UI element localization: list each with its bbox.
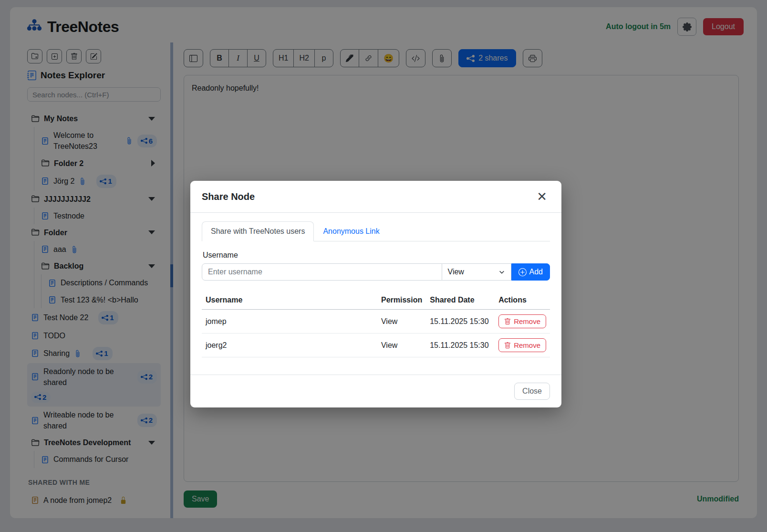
tab-anonymous-link[interactable]: Anonymous Link bbox=[314, 221, 388, 241]
cell-permission: View bbox=[377, 334, 426, 357]
permission-value: View bbox=[448, 268, 464, 276]
modal-body: Share with TreeNotes users Anonymous Lin… bbox=[190, 213, 561, 362]
add-user-button[interactable]: Add bbox=[511, 263, 550, 281]
modal-header: Share Node ✕ bbox=[190, 181, 561, 213]
permission-select[interactable]: View bbox=[442, 263, 511, 281]
table-row: joerg2 View 15.11.2025 15:30 Remove bbox=[202, 334, 550, 357]
modal-tabs: Share with TreeNotes users Anonymous Lin… bbox=[202, 221, 550, 241]
tab-share-with-users[interactable]: Share with TreeNotes users bbox=[202, 221, 314, 241]
trash-icon bbox=[504, 318, 511, 325]
add-label: Add bbox=[529, 268, 543, 276]
table-row: jomep View 15.11.2025 15:30 Remove bbox=[202, 310, 550, 334]
cell-username: joerg2 bbox=[202, 334, 377, 357]
remove-label: Remove bbox=[514, 341, 540, 349]
close-button[interactable]: Close bbox=[514, 383, 550, 400]
username-input[interactable] bbox=[202, 263, 442, 281]
cell-permission: View bbox=[377, 310, 426, 334]
share-node-modal: Share Node ✕ Share with TreeNotes users … bbox=[190, 181, 561, 407]
add-user-input-group: View Add bbox=[202, 263, 550, 281]
col-shared-date: Shared Date bbox=[426, 291, 495, 310]
table-header-row: Username Permission Shared Date Actions bbox=[202, 291, 550, 310]
col-actions: Actions bbox=[495, 291, 550, 310]
close-icon[interactable]: ✕ bbox=[534, 189, 550, 204]
modal-title: Share Node bbox=[202, 191, 255, 202]
remove-share-button[interactable]: Remove bbox=[498, 314, 546, 328]
remove-label: Remove bbox=[514, 317, 540, 325]
col-permission: Permission bbox=[377, 291, 426, 310]
cell-username: jomep bbox=[202, 310, 377, 334]
trash-icon bbox=[504, 342, 511, 349]
cell-shared-date: 15.11.2025 15:30 bbox=[426, 334, 495, 357]
col-username: Username bbox=[202, 291, 377, 310]
plus-circle-icon bbox=[518, 268, 527, 276]
cell-shared-date: 15.11.2025 15:30 bbox=[426, 310, 495, 334]
remove-share-button[interactable]: Remove bbox=[498, 338, 546, 352]
shares-table: Username Permission Shared Date Actions … bbox=[202, 291, 550, 357]
modal-footer: Close bbox=[190, 375, 561, 407]
username-label: Username bbox=[203, 251, 550, 260]
chevron-down-icon bbox=[498, 269, 505, 275]
